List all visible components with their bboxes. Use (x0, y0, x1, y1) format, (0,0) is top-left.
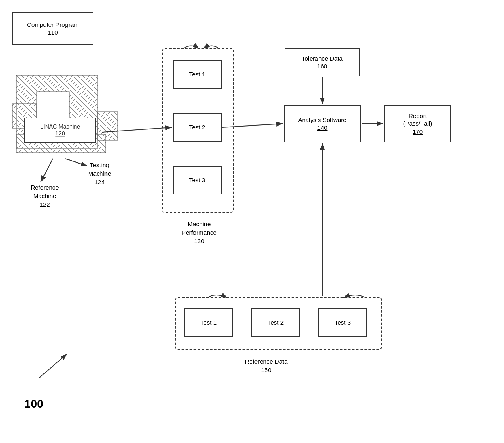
test2-bottom-box: Test 2 (251, 308, 300, 337)
machine-performance-label: MachinePerformance130 (159, 220, 240, 245)
reference-machine-label: ReferenceMachine122 (18, 183, 71, 209)
reference-data-label: Reference Data150 (226, 357, 307, 374)
test1-top-label: Test 1 (189, 70, 205, 79)
testing-machine-label: TestingMachine124 (77, 161, 122, 186)
computer-program-box: Computer Program 110 (12, 12, 93, 45)
svg-text:LINAC Machine: LINAC Machine (40, 123, 80, 130)
test1-top-box: Test 1 (173, 60, 222, 89)
computer-program-number: 110 (48, 28, 58, 37)
analysis-software-label: Analysis Software (298, 116, 346, 124)
test2-top-label: Test 2 (189, 123, 205, 131)
tolerance-data-label: Tolerance Data (302, 55, 343, 63)
arrows-svg (0, 0, 504, 443)
diagram: Computer Program 110 LINAC Machine (0, 0, 504, 443)
svg-rect-4 (98, 112, 118, 140)
test3-bottom-box: Test 3 (318, 308, 367, 337)
analysis-software-box: Analysis Software 140 (284, 105, 361, 142)
analysis-software-number: 140 (317, 124, 327, 132)
tolerance-data-box: Tolerance Data 160 (285, 48, 360, 76)
test2-top-box: Test 2 (173, 113, 222, 142)
test3-bottom-label: Test 3 (335, 319, 351, 327)
svg-line-17 (39, 354, 67, 378)
test2-bottom-label: Test 2 (267, 319, 284, 327)
test3-top-box: Test 3 (173, 166, 222, 194)
test3-top-label: Test 3 (189, 176, 205, 184)
tolerance-data-number: 160 (317, 62, 327, 70)
svg-text:120: 120 (55, 130, 65, 137)
report-box: Report(Pass/Fail) 170 (384, 105, 451, 142)
linac-graphic: LINAC Machine 120 (12, 71, 122, 165)
test1-bottom-box: Test 1 (184, 308, 233, 337)
computer-program-label: Computer Program (27, 21, 79, 29)
diagram-number: 100 (24, 397, 43, 410)
report-number: 170 (413, 128, 423, 136)
report-label: Report(Pass/Fail) (403, 112, 432, 128)
test1-bottom-label: Test 1 (200, 319, 217, 327)
